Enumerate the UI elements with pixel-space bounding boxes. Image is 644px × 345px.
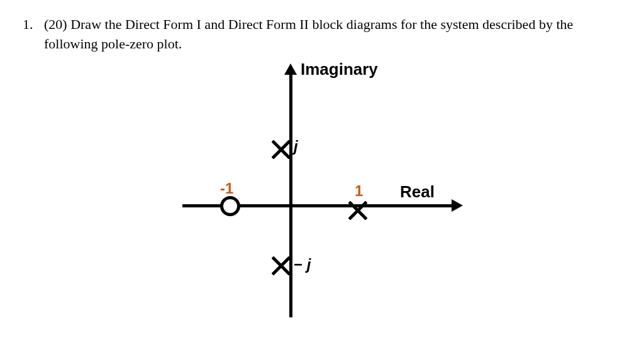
question-points: (20) <box>44 16 67 32</box>
pole-cross-icon <box>348 201 367 220</box>
real-axis-label: Real <box>400 182 435 202</box>
zero-circle-icon <box>220 196 240 216</box>
pole-marker-j <box>272 140 291 159</box>
tick-label-j: j <box>294 138 298 155</box>
negj-j: j <box>303 256 311 273</box>
question-body: (20) Draw the Direct Form I and Direct F… <box>44 15 621 54</box>
tick-label-negj: − j <box>294 256 311 273</box>
imaginary-axis <box>289 72 292 317</box>
arrow-up-icon <box>284 63 297 75</box>
zero-marker-neg1 <box>220 196 240 216</box>
pole-cross-icon <box>272 256 291 275</box>
arrow-right-icon <box>452 199 463 212</box>
imaginary-axis-label: Imaginary <box>301 60 378 79</box>
question-text: 1. (20) Draw the Direct Form I and Direc… <box>23 15 621 54</box>
tick-label-pos1: 1 <box>355 182 363 200</box>
pole-marker-1 <box>348 201 367 220</box>
tick-label-neg1: -1 <box>220 180 233 197</box>
negj-minus: − <box>294 256 303 273</box>
pole-zero-plot: Imaginary Real -1 1 j − j <box>182 60 472 324</box>
question-prompt: Draw the Direct Form I and Direct Form I… <box>44 16 573 52</box>
question-number: 1. <box>23 15 44 54</box>
pole-cross-icon <box>272 140 291 159</box>
pole-marker-negj <box>272 256 291 275</box>
